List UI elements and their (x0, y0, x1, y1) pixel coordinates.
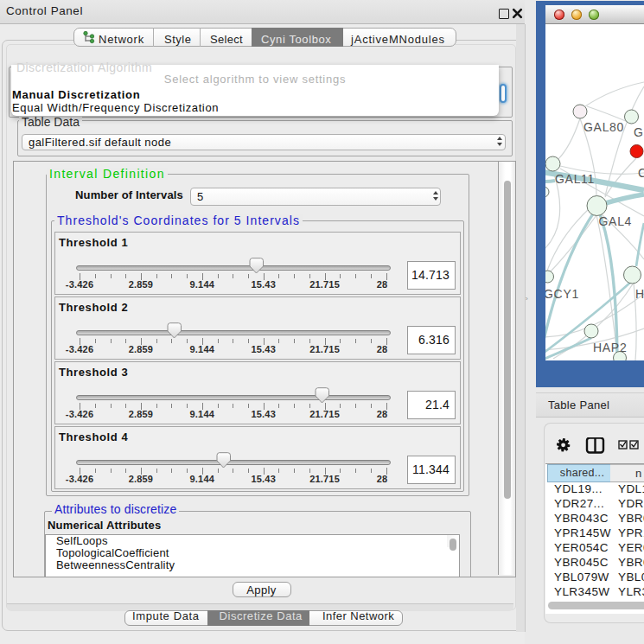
svg-text:GCY1: GCY1 (545, 287, 579, 301)
svg-text:GAL4: GAL4 (599, 214, 633, 228)
svg-text:C: C (638, 166, 644, 180)
svg-text:G.: G. (634, 125, 644, 139)
svg-text:H: H (635, 287, 644, 301)
svg-text:HAP2: HAP2 (593, 341, 627, 354)
svg-text:GAL11: GAL11 (555, 172, 595, 186)
svg-text:GAL80: GAL80 (583, 120, 624, 134)
